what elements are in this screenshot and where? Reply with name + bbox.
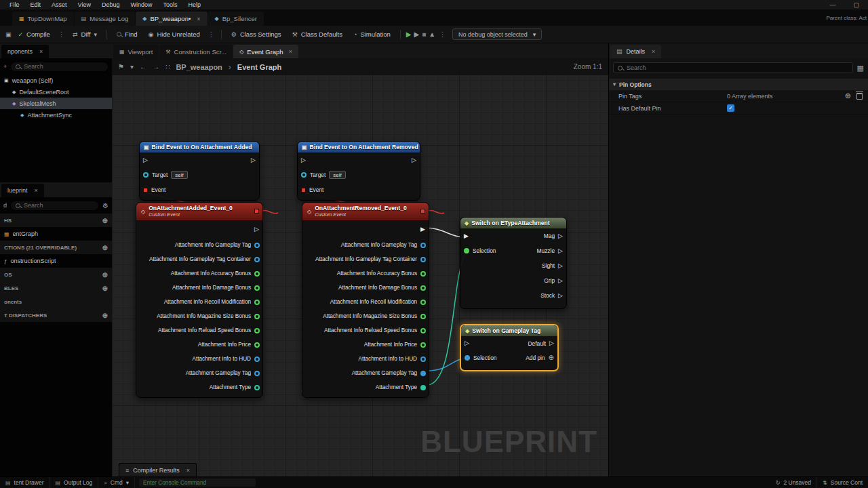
close-icon[interactable]: × [35, 187, 38, 194]
minimize-button[interactable]: — [821, 1, 844, 8]
output-log-button[interactable]: ▤ Output Log [50, 477, 99, 488]
exec-out-pin[interactable]: ▶ [420, 226, 425, 232]
pin-attachment-info-recoil-modification[interactable] [420, 300, 426, 305]
details-search-input[interactable]: Search [613, 62, 853, 73]
add-button[interactable]: ⊕ [102, 285, 108, 292]
find-button[interactable]: Find [113, 28, 141, 40]
trash-icon[interactable] [856, 93, 863, 100]
menu-window[interactable]: Window [125, 1, 157, 8]
target-pin[interactable] [143, 172, 149, 178]
exec-in-pin[interactable]: ▶ [464, 233, 469, 239]
menu-asset[interactable]: Asset [46, 1, 73, 8]
pin-attachment-info-reload-speed-bonus[interactable] [420, 328, 426, 333]
close-icon[interactable]: × [186, 467, 190, 474]
tab-my-blueprint[interactable]: lueprint × [1, 184, 44, 197]
compile-button[interactable]: ✓ Compile [14, 28, 54, 40]
exec-in-pin[interactable]: ▷ [465, 340, 469, 346]
cmd-dropdown[interactable]: > Cmd ▾ [98, 477, 135, 488]
asset-tab-bp-weaapon[interactable]: ◆BP_weaapon•× [136, 12, 207, 26]
add-button[interactable]: ⊕ [102, 244, 108, 251]
content-drawer-button[interactable]: ▤ tent Drawer [0, 477, 50, 488]
my-blueprint-search-input[interactable]: Search [10, 201, 99, 211]
diff-button[interactable]: ⇄ Diff ▾ [68, 28, 101, 40]
stop-button[interactable]: ■ [422, 30, 426, 38]
breadcrumb-asset[interactable]: BP_weaapon [176, 63, 222, 71]
selection-pin[interactable] [465, 355, 470, 361]
pin-attachment-info-reload-speed-bonus[interactable] [254, 328, 260, 333]
pin-attachment-info-accuracy-bonus[interactable] [420, 271, 426, 277]
pin-attachment-info-accuracy-bonus[interactable] [254, 271, 260, 277]
pin-attachment-info-damage-bonus[interactable] [420, 285, 426, 291]
add-array-element-button[interactable]: ⊕ [845, 92, 851, 100]
graph-tab-event-graph[interactable]: ◇Event Graph× [233, 45, 298, 58]
exec-out-pin[interactable]: ▷ [558, 233, 563, 239]
graph-settings-icon[interactable]: ∷ [165, 63, 170, 70]
chevron-down-icon[interactable]: ▾ [130, 63, 134, 70]
pin-attachment-info-to-hud[interactable] [254, 357, 260, 362]
bookmark-icon[interactable]: ⚑ [118, 63, 124, 70]
exec-in-pin[interactable]: ▷ [143, 157, 148, 163]
selection-pin[interactable] [464, 248, 469, 253]
play-button[interactable]: ▶ [406, 30, 412, 38]
graph-tab-viewport[interactable]: ▦Viewport [113, 45, 159, 58]
delegate-output-pin[interactable] [420, 209, 425, 214]
exec-in-pin[interactable]: ▷ [301, 157, 306, 163]
menu-debug[interactable]: Debug [96, 1, 125, 8]
back-icon[interactable]: ← [140, 63, 146, 70]
add-button[interactable]: ⊕ [102, 217, 108, 224]
pin-attachment-gameplay-tag[interactable] [420, 371, 426, 376]
add-component-button[interactable]: + [3, 63, 7, 70]
event-delegate-input-pin[interactable] [301, 188, 306, 192]
source-control-button[interactable]: ⇅ Source Cont [817, 477, 868, 488]
node-on-attachment-added-event[interactable]: ◇ OnAttachmentAdded_Event_0 Custom Event… [136, 202, 263, 398]
blueprint-row-ctions-21-overridable[interactable]: CTIONS (21 OVERRIDABLE)⊕ [0, 241, 112, 254]
debug-object-dropdown[interactable]: No debug object selected ▾ [452, 28, 542, 40]
pin-attachment-info-price[interactable] [420, 342, 426, 348]
graph-tab-construction-scr[interactable]: ⚒Construction Scr... [159, 45, 233, 58]
menu-tools[interactable]: Tools [157, 1, 182, 8]
node-bind-event-attachment-removed[interactable]: ▣ Bind Event to On Attachment Removed ▷ … [297, 141, 420, 201]
breadcrumb-page[interactable]: Event Graph [237, 63, 281, 71]
pin-attachment-type[interactable] [254, 385, 260, 390]
pin-options-section-header[interactable]: ▾ Pin Options [609, 79, 868, 90]
exec-out-pin[interactable]: ▷ [251, 157, 256, 163]
maximize-button[interactable]: ▢ [844, 1, 868, 8]
pin-attachment-info-gameplay-tag[interactable] [254, 243, 260, 248]
pin-attachment-info-damage-bonus[interactable] [254, 285, 260, 291]
event-graph-canvas[interactable]: BLUEPRINT ▣ Bind Event to On Attachment … [112, 58, 608, 476]
close-icon[interactable]: × [39, 48, 43, 55]
blueprint-row-onents[interactable]: onents [0, 295, 112, 308]
gear-icon[interactable]: ⚙ [102, 202, 108, 209]
has-default-pin-checkbox[interactable]: ✓ [727, 104, 734, 112]
exec-out-pin[interactable]: ▷ [558, 248, 563, 254]
console-command-input[interactable]: Enter Console Command [139, 479, 256, 487]
blueprint-row-onstructionscript[interactable]: ƒonstructionScript [0, 254, 112, 268]
component-weaapon-self[interactable]: ▣weaapon (Self) [0, 75, 112, 86]
pin-attachment-gameplay-tag[interactable] [254, 371, 260, 376]
tab-details[interactable]: ▤ Details × [610, 45, 661, 58]
blueprint-row-bles[interactable]: BLES⊕ [0, 281, 112, 295]
exec-out-pin[interactable]: ▷ [558, 293, 563, 299]
tab-components[interactable]: nponents × [1, 45, 49, 58]
pin-attachment-info-to-hud[interactable] [420, 357, 426, 362]
delegate-output-pin[interactable] [254, 209, 259, 214]
node-on-attachment-removed-event[interactable]: ◇ OnAttachmentRemoved_Event_0 Custom Eve… [302, 202, 429, 398]
component-attachmentsync[interactable]: ◆AttachmentSync [0, 109, 112, 121]
class-settings-button[interactable]: ⚙ Class Settings [227, 28, 285, 40]
eject-button[interactable]: ▲ [429, 30, 435, 38]
unsaved-assets-button[interactable]: ↻ 2 Unsaved [770, 477, 817, 488]
pin-attachment-type[interactable] [420, 385, 426, 390]
add-pin-button[interactable]: ⊕ [549, 354, 554, 361]
pin-attachment-info-magazine-size-bonus[interactable] [420, 314, 426, 319]
asset-tab-bp-silencer[interactable]: ◆Bp_Silencer [208, 12, 264, 26]
blueprint-row-t-dispatchers[interactable]: T DISPATCHERS⊕ [0, 308, 112, 322]
forward-icon[interactable]: → [153, 63, 159, 70]
compile-options-button[interactable]: ⋮ [57, 31, 66, 38]
asset-tab-message-log[interactable]: ▤Message Log [75, 12, 136, 26]
exec-out-pin[interactable]: ▷ [558, 278, 563, 284]
display-filter-icon[interactable]: ▦ [857, 64, 864, 73]
node-switch-on-etypeattachment[interactable]: ◆ Switch on ETypeAttachment ▶ Selection [460, 217, 567, 309]
component-defaultsceneroot[interactable]: ◆DefaultSceneRoot [0, 86, 112, 98]
pin-attachment-info-price[interactable] [254, 342, 260, 348]
menu-file[interactable]: File [4, 1, 25, 8]
